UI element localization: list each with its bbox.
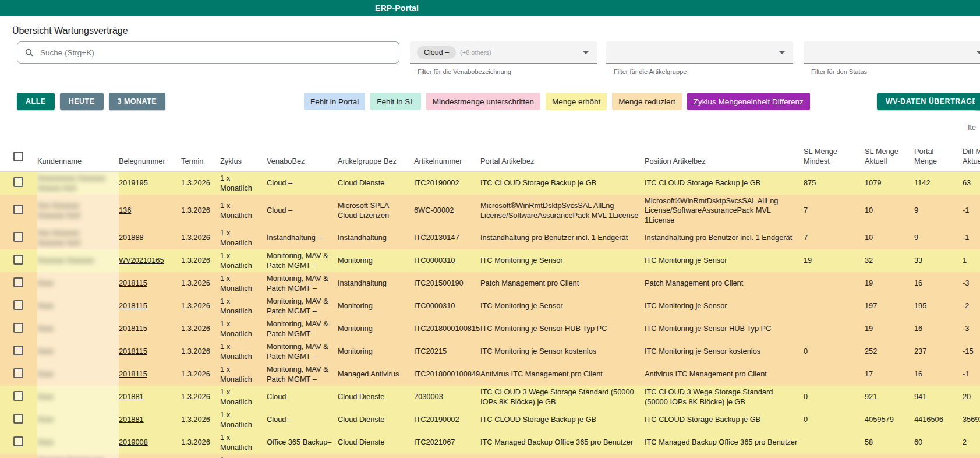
chevron-down-icon[interactable] [779, 51, 785, 54]
cell-belegnummer: 2018115 [119, 363, 181, 386]
cell-termin: 1.3.2026 [181, 454, 220, 458]
table-row[interactable]: Xxxx 2018115 1.3.2026 1 x Monatlich Moni… [0, 295, 980, 318]
filter-artikelgruppe-select[interactable] [606, 41, 793, 64]
cell-termin: 1.3.2026 [181, 408, 220, 431]
cell-checkbox [0, 408, 37, 431]
filter-chip[interactable]: Cloud – [417, 46, 456, 59]
column-header-venabobez: VenaboBez [267, 147, 338, 172]
cell-artikelgruppe: Instandhaltung [338, 227, 414, 249]
document-link[interactable]: 136 [119, 206, 131, 214]
table-row[interactable]: Xxxx 2018115 1.3.2026 1 x Monatlich Moni… [0, 272, 980, 295]
cell-position-artikelbez: Instandhaltung pro Benutzer incl. 1 Endg… [645, 227, 804, 249]
document-link[interactable]: 2018115 [119, 301, 147, 310]
cell-sl-menge-mindest [804, 363, 865, 386]
cell-belegnummer: 201881 [119, 408, 181, 431]
document-link[interactable]: 201881 [119, 415, 144, 424]
document-link[interactable]: 2018115 [119, 347, 147, 355]
row-checkbox[interactable] [13, 346, 23, 355]
cell-portal-menge: 9 [914, 195, 963, 227]
cell-customer-redacted: Xxxx [37, 295, 119, 318]
row-checkbox[interactable] [13, 414, 23, 424]
table-row[interactable]: Xxxx 201881 1.3.2026 1 x Monatlich Cloud… [0, 408, 980, 431]
select-all-checkbox[interactable] [13, 152, 23, 161]
document-link[interactable]: 2019195 [119, 178, 148, 187]
row-checkbox[interactable] [13, 323, 23, 333]
document-link[interactable]: 2018115 [119, 279, 147, 287]
search-box[interactable] [17, 41, 399, 64]
cell-customer-redacted: Xxxxxxxxxx XxxxxxxXxxxxx XxX [37, 172, 119, 195]
cell-belegnummer: 201888 [119, 227, 181, 249]
cell-position-artikelbez: ITC CLOUD Storage Backup je GB [645, 172, 804, 195]
cell-zyklus: 1 x Monatlich [220, 272, 267, 295]
document-link[interactable]: 2019008 [119, 438, 148, 446]
cell-zyklus: 1 x Monatlich [220, 318, 267, 340]
cell-artikelnummer: ITC0000310 [414, 295, 480, 318]
table-row[interactable]: Xxxxxxx Xxxxxxx WV20210165 1.3.2026 1 x … [0, 249, 980, 272]
chevron-down-icon[interactable] [583, 51, 589, 54]
cell-termin: 1.3.2026 [181, 172, 220, 195]
table-row[interactable]: Xxxx 2019008 1.3.2026 1 x Monatlich Offi… [0, 431, 980, 454]
chevron-down-icon[interactable] [977, 51, 980, 54]
document-link[interactable]: 2018115 [119, 369, 147, 378]
legend-badge: Menge reduziert [612, 93, 682, 110]
table-row[interactable]: Xxxx 2018115 1.3.2026 1 x Monatlich Moni… [0, 363, 980, 386]
document-link[interactable]: 201881 [119, 392, 144, 401]
cell-termin: 1.3.2026 [181, 249, 220, 272]
table-row[interactable]: Xxx XxxxxxxXxxxxxx XxX 201888 1.3.2026 1… [0, 227, 980, 249]
table-row[interactable]: Xxx XxxxxxxXxxxxxx XxX 136 1.3.2026 1 x … [0, 195, 980, 227]
column-header-zyklus: Zyklus [220, 147, 267, 172]
cell-venabobez: Cloud – [267, 195, 338, 227]
cell-termin: 1.3.2026 [181, 295, 220, 318]
range-button-heute[interactable]: HEUTE [60, 93, 104, 110]
search-input[interactable] [39, 48, 392, 58]
cell-customer-redacted: Xxxx [37, 408, 119, 431]
row-checkbox[interactable] [13, 177, 23, 187]
cell-portal-artikelbez: ITC Monitoring je Sensor [480, 249, 645, 272]
cell-artikelgruppe: Managed Antivirus [338, 363, 414, 386]
cell-portal-menge: 13 [914, 454, 963, 458]
row-checkbox[interactable] [13, 391, 23, 401]
row-checkbox[interactable] [13, 255, 23, 265]
row-checkbox[interactable] [13, 300, 23, 310]
transfer-wv-data-button[interactable]: WV-DATEN ÜBERTRAGEN [877, 93, 980, 110]
cell-artikelnummer: ITC20130147 [414, 227, 480, 249]
cell-diff-menge-aktuell: 63 [963, 172, 980, 195]
range-button-3-monate[interactable]: 3 MONATE [109, 93, 166, 110]
cell-belegnummer: 136 [119, 195, 181, 227]
cell-venabobez: Monitoring, MAV & Patch MGMT – [267, 318, 338, 340]
column-header-artikelgruppe: Artikelgruppe Bez [338, 147, 414, 172]
document-link[interactable]: 2018115 [119, 324, 147, 333]
filter-status-select[interactable] [804, 41, 980, 64]
cell-artikelgruppe: Cloud Dienste [338, 386, 414, 408]
cell-sl-menge-aktuell: 10 [865, 227, 914, 249]
table-row[interactable]: Xxxx 2018115 1.3.2026 1 x Monatlich Moni… [0, 318, 980, 340]
cell-belegnummer: 2018115 [119, 340, 181, 363]
row-checkbox[interactable] [13, 368, 23, 378]
row-checkbox[interactable] [13, 232, 23, 242]
cell-venabobez: Instandhaltung – [267, 454, 338, 458]
cell-diff-menge-aktuell: -1 [963, 195, 980, 227]
cell-sl-menge-aktuell: 17 [865, 363, 914, 386]
row-checkbox[interactable] [13, 205, 23, 214]
clipped-secondary-button[interactable] [975, 93, 980, 110]
range-button-alle[interactable]: ALLE [17, 93, 55, 110]
cell-sl-menge-aktuell: 14 [865, 454, 914, 458]
cell-checkbox [0, 340, 37, 363]
document-link[interactable]: 201888 [119, 233, 144, 242]
row-checkbox[interactable] [13, 277, 23, 287]
cell-artikelnummer: ITC201500190 [414, 272, 480, 295]
range-buttons: ALLEHEUTE3 MONATE [17, 93, 165, 110]
cell-portal-artikelbez: Microsoft®WinRmtDsktpSvcsSAL AllLng Lice… [480, 195, 645, 227]
filter-venabobezeichnung-select[interactable]: Cloud – (+8 others) [410, 41, 597, 64]
cell-position-artikelbez: ITC Managed Backup Office 365 pro Benutz… [645, 431, 804, 454]
cell-artikelgruppe: Microsoft SPLA Cloud Lizenzen [338, 195, 414, 227]
cell-portal-artikelbez: Instandhaltung pro Benutzer incl. 1 Endg… [480, 454, 645, 458]
column-header-portal-menge: Portal Menge [914, 147, 963, 172]
table-row[interactable]: Xxxxxxx Xxxxxx xxxXxxxx XxX 201892 1.3.2… [0, 454, 980, 458]
table-row[interactable]: Xxxx 2018115 1.3.2026 1 x Monatlich Moni… [0, 340, 980, 363]
document-link[interactable]: WV20210165 [119, 256, 164, 265]
table-row[interactable]: Xxxxxxxxxx XxxxxxxXxxxxx XxX 2019195 1.3… [0, 172, 980, 195]
cell-position-artikelbez: ITC Monitoring je Sensor [645, 249, 804, 272]
table-row[interactable]: Xxxx 201881 1.3.2026 1 x Monatlich Cloud… [0, 386, 980, 408]
row-checkbox[interactable] [13, 436, 23, 446]
